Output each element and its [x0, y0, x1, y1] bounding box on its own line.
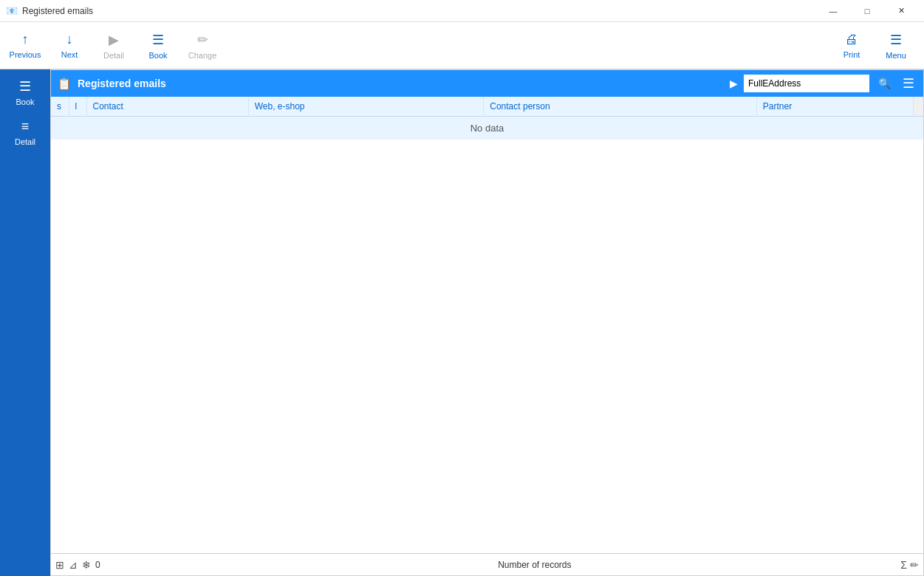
previous-icon: ↑	[22, 32, 29, 47]
title-bar-controls: — □ ✕	[816, 0, 918, 22]
number-of-records-label: Number of records	[498, 560, 896, 570]
search-button[interactable]: 🔍	[875, 76, 894, 91]
list-header-bar: 📋 Registered emails ▶ 🔍 ☰	[51, 70, 923, 97]
book-button[interactable]: ☰ Book	[136, 24, 180, 67]
sidebar: ☰ Book ≡ Detail	[0, 69, 50, 576]
sidebar-book-label: Book	[16, 97, 34, 106]
sidebar-book-button[interactable]: ☰ Book	[3, 72, 47, 112]
next-icon: ↓	[66, 32, 73, 47]
record-count: 0	[95, 560, 493, 570]
status-snowflake-icon[interactable]: ❄	[82, 559, 91, 571]
search-input[interactable]	[744, 75, 869, 92]
title-bar-text: Registered emails	[22, 6, 816, 16]
sidebar-detail-label: Detail	[15, 137, 35, 146]
toolbar-right: 🖨 Print ☰ Menu	[829, 24, 918, 67]
col-header-web-eshop[interactable]: Web, e-shop	[248, 97, 484, 117]
maximize-button[interactable]: □	[850, 0, 884, 22]
toolbar: ↑ Previous ↓ Next ▶ Detail ☰ Book ✏ Chan…	[0, 22, 924, 69]
col-header-s[interactable]: s	[51, 97, 69, 117]
status-bar-right: Σ ✏	[900, 559, 919, 571]
menu-label: Menu	[886, 51, 906, 60]
status-bar: ⊞ ⊿ ❄ 0 Number of records Σ ✏	[51, 553, 923, 575]
table-header-row: s l Contact Web, e-shop Contact person P…	[51, 97, 923, 117]
next-button[interactable]: ↓ Next	[47, 24, 92, 67]
print-button[interactable]: 🖨 Print	[829, 24, 874, 67]
menu-button[interactable]: ☰ Menu	[874, 24, 918, 67]
play-icon[interactable]: ▶	[730, 78, 738, 89]
detail-button[interactable]: ▶ Detail	[92, 24, 136, 67]
previous-label: Previous	[10, 50, 41, 59]
sidebar-detail-icon: ≡	[21, 119, 30, 134]
col-header-scrollbar-spacer	[913, 97, 923, 117]
sigma-icon[interactable]: Σ	[900, 559, 907, 571]
book-label: Book	[148, 51, 167, 60]
menu-icon: ☰	[890, 32, 902, 48]
change-button[interactable]: ✏ Change	[180, 24, 225, 67]
status-table-icon[interactable]: ⊞	[55, 559, 64, 571]
previous-button[interactable]: ↑ Previous	[3, 24, 47, 67]
col-header-contact-person[interactable]: Contact person	[484, 97, 757, 117]
sidebar-book-icon: ☰	[19, 78, 31, 95]
col-header-l[interactable]: l	[69, 97, 86, 117]
list-menu-button[interactable]: ☰	[900, 74, 917, 93]
change-label: Change	[188, 51, 217, 60]
detail-icon: ▶	[109, 32, 119, 48]
close-button[interactable]: ✕	[884, 0, 918, 22]
main-layout: ☰ Book ≡ Detail 📋 Registered emails ▶ 🔍 …	[0, 69, 924, 576]
edit-icon[interactable]: ✏	[910, 559, 919, 571]
sidebar-detail-button[interactable]: ≡ Detail	[3, 112, 47, 152]
minimize-button[interactable]: —	[816, 0, 850, 22]
status-filter-icon[interactable]: ⊿	[69, 559, 78, 571]
title-bar: 📧 Registered emails — □ ✕	[0, 0, 924, 22]
col-header-partner[interactable]: Partner	[756, 97, 913, 117]
no-data-row: No data	[51, 117, 923, 140]
list-header-icon: 📋	[57, 76, 72, 91]
table-wrapper[interactable]: s l Contact Web, e-shop Contact person P…	[51, 97, 923, 553]
book-icon: ☰	[152, 32, 164, 48]
print-label: Print	[843, 50, 860, 59]
app-icon: 📧	[6, 5, 18, 17]
col-header-contact[interactable]: Contact	[86, 97, 248, 117]
print-icon: 🖨	[845, 32, 858, 47]
next-label: Next	[61, 50, 78, 59]
detail-label: Detail	[103, 51, 124, 60]
data-table: s l Contact Web, e-shop Contact person P…	[51, 97, 923, 140]
change-icon: ✏	[197, 32, 208, 48]
content-area: 📋 Registered emails ▶ 🔍 ☰ s l Contact	[50, 69, 924, 576]
no-data-text: No data	[470, 123, 504, 134]
list-header-title: Registered emails	[78, 78, 724, 89]
